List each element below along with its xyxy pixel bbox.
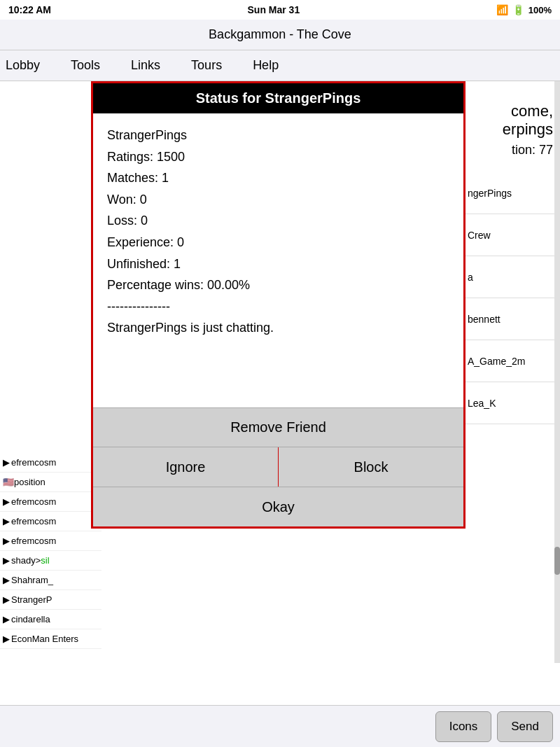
chat-line: ▶ efremcosm [0, 512, 102, 531]
modal-btn-row: Ignore Block [93, 447, 463, 487]
battery-level: 100% [528, 5, 552, 15]
welcome-line2: erpings [503, 120, 553, 139]
block-button[interactable]: Block [279, 447, 463, 487]
player-row: A_Game_2m [462, 340, 560, 382]
welcome-line1: come, [503, 102, 553, 120]
remove-friend-button[interactable]: Remove Friend [93, 408, 463, 447]
okay-button[interactable]: Okay [93, 487, 463, 526]
nav-lobby[interactable]: Lobby [0, 50, 55, 81]
arrow-icon: ▶ [3, 457, 10, 468]
send-button[interactable]: Send [497, 711, 553, 742]
app-title: Backgammon - The Cove [209, 27, 351, 42]
modal-won: Won: 0 [107, 189, 449, 211]
player-row: a [462, 256, 560, 298]
modal-percentage: Percentage wins: 00.00% [107, 274, 449, 296]
arrow-icon: ▶ [3, 555, 10, 566]
position-label: tion: 77 [503, 143, 553, 158]
bg-welcome: come, erpings tion: 77 [503, 102, 553, 158]
player-row: ngerPings [462, 172, 560, 214]
arrow-icon: ▶ [3, 634, 10, 644]
player-row: Crew [462, 214, 560, 256]
icons-button[interactable]: Icons [435, 711, 491, 742]
nav-tours[interactable]: Tours [176, 50, 237, 81]
status-modal: Status for StrangerPings StrangerPings R… [91, 81, 465, 529]
nav-help[interactable]: Help [237, 50, 294, 81]
title-bar: Backgammon - The Cove [0, 20, 560, 50]
nav-bar: Lobby Tools Links Tours Help [0, 50, 560, 81]
modal-loss: Loss: 0 [107, 210, 449, 232]
player-row: bennett [462, 298, 560, 340]
chat-line: ▶ StrangerP [0, 590, 102, 610]
nav-tools[interactable]: Tools [55, 50, 115, 81]
modal-buttons: Remove Friend Ignore Block Okay [93, 407, 463, 526]
modal-unfinished: Unfinished: 1 [107, 253, 449, 275]
chat-line: ▶ cindarella [0, 610, 102, 629]
chat-line: ▶ efremcosm [0, 453, 102, 473]
ignore-button[interactable]: Ignore [93, 447, 279, 487]
status-time: 10:22 AM [8, 4, 51, 15]
modal-status-text: StrangerPings is just chatting. [107, 317, 449, 339]
bg-players: ngerPings Crew a bennett A_Game_2m Lea_K [462, 172, 560, 424]
status-right: 📶 🔋 100% [496, 4, 552, 15]
modal-body: StrangerPings Ratings: 1500 Matches: 1 W… [93, 113, 463, 407]
arrow-icon: ▶ [3, 575, 10, 585]
scrollbar[interactable] [554, 81, 560, 663]
nav-links[interactable]: Links [115, 50, 176, 81]
chat-line: ▶ efremcosm [0, 492, 102, 512]
chat-line: ▶ efremcosm [0, 531, 102, 551]
modal-divider: --------------- [107, 296, 449, 318]
modal-experience: Experience: 0 [107, 232, 449, 253]
battery-icon: 🔋 [512, 4, 524, 15]
arrow-icon: ▶ [3, 614, 10, 624]
chat-line: ▶ shady> sil [0, 551, 102, 571]
bg-chat: ▶ efremcosm 🇺🇸 position ▶ efremcosm ▶ ef… [0, 453, 102, 649]
status-bar: 10:22 AM Sun Mar 31 📶 🔋 100% [0, 0, 560, 20]
modal-title: Status for StrangerPings [196, 90, 361, 106]
wifi-icon: 📶 [496, 4, 508, 15]
chat-line: ▶ Shahram_ [0, 571, 102, 590]
bottom-toolbar: Icons Send [0, 705, 560, 747]
chat-line: 🇺🇸 position [0, 473, 102, 492]
arrow-icon: ▶ [3, 536, 10, 546]
arrow-icon: ▶ [3, 496, 10, 507]
arrow-icon: ▶ [3, 516, 10, 526]
arrow-icon: ▶ [3, 594, 10, 605]
player-row: Lea_K [462, 382, 560, 424]
modal-username: StrangerPings [107, 125, 449, 146]
modal-header: Status for StrangerPings [93, 83, 463, 113]
scrollbar-thumb[interactable] [554, 547, 560, 575]
status-date: Sun Mar 31 [248, 4, 300, 15]
main-content: come, erpings tion: 77 ngerPings Crew a … [0, 81, 560, 705]
chat-line: ▶ EconMan Enters [0, 629, 102, 649]
modal-matches: Matches: 1 [107, 167, 449, 189]
modal-ratings: Ratings: 1500 [107, 146, 449, 168]
